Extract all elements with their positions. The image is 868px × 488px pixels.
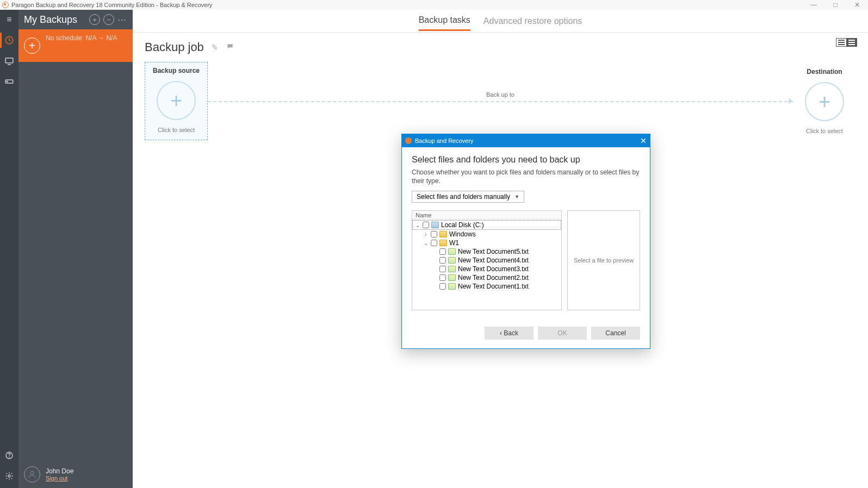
tree-checkbox[interactable] bbox=[439, 257, 446, 264]
file-icon bbox=[448, 257, 456, 264]
svg-point-3 bbox=[7, 81, 8, 82]
monitor-nav-icon[interactable] bbox=[4, 55, 15, 66]
tree-label: New Text Document3.txt bbox=[458, 265, 529, 273]
dialog-title: Backup and Recovery bbox=[415, 137, 474, 144]
svg-rect-1 bbox=[5, 58, 13, 63]
tree-checkbox[interactable] bbox=[439, 248, 446, 255]
sidebar-title: My Backups bbox=[24, 14, 86, 26]
plus-icon: + bbox=[24, 37, 40, 54]
tree-item-folder[interactable]: › Windows bbox=[412, 230, 561, 239]
file-icon bbox=[448, 266, 456, 272]
remove-backup-button[interactable]: − bbox=[103, 14, 114, 25]
cancel-button[interactable]: Cancel bbox=[591, 327, 640, 340]
schedule-text: No schedule: N/A → N/A bbox=[46, 34, 117, 42]
more-button[interactable]: ⋯ bbox=[117, 15, 127, 25]
backup-nav-icon[interactable] bbox=[4, 35, 15, 46]
storage-nav-icon[interactable] bbox=[4, 76, 15, 87]
backup-job-row[interactable]: + No schedule: N/A → N/A bbox=[18, 29, 133, 62]
tree-item-file[interactable]: New Text Document2.txt bbox=[412, 273, 561, 282]
help-icon[interactable] bbox=[4, 450, 15, 461]
maximize-button[interactable]: □ bbox=[824, 0, 846, 10]
folder-icon bbox=[439, 231, 447, 237]
svg-point-5 bbox=[9, 457, 10, 458]
expand-icon[interactable]: › bbox=[423, 232, 429, 237]
sign-out-link[interactable]: Sign out bbox=[46, 475, 73, 481]
tree-item-file[interactable]: New Text Document5.txt bbox=[412, 247, 561, 256]
file-icon bbox=[448, 274, 456, 281]
tree-label: New Text Document5.txt bbox=[458, 248, 529, 255]
tree-checkbox[interactable] bbox=[439, 283, 446, 290]
settings-icon[interactable] bbox=[4, 471, 15, 481]
nav-rail: ≡ bbox=[0, 10, 18, 488]
tree-checkbox[interactable] bbox=[439, 274, 446, 281]
combo-value: Select files and folders manually bbox=[417, 193, 510, 201]
menu-icon[interactable]: ≡ bbox=[4, 14, 15, 25]
tree-label: Local Disk (C:) bbox=[441, 221, 484, 229]
sidebar: My Backups + − ⋯ + No schedule: N/A → N/… bbox=[18, 10, 133, 488]
avatar-icon bbox=[24, 466, 40, 483]
collapse-icon[interactable]: ⌄ bbox=[423, 240, 429, 246]
dialog-close-button[interactable]: ✕ bbox=[640, 136, 647, 145]
close-button[interactable]: ✕ bbox=[846, 0, 868, 10]
selection-mode-combo[interactable]: Select files and folders manually ▼ bbox=[412, 191, 524, 203]
ok-button[interactable]: OK bbox=[538, 327, 587, 340]
window-title: Paragon Backup and Recovery 18 Community… bbox=[11, 2, 212, 8]
tree-checkbox[interactable] bbox=[423, 222, 429, 228]
file-icon bbox=[448, 283, 456, 290]
user-name: John Doe bbox=[46, 467, 73, 475]
add-backup-button[interactable]: + bbox=[89, 14, 100, 25]
select-files-dialog: Backup and Recovery ✕ Select files and f… bbox=[401, 134, 650, 349]
modal-overlay: Backup and Recovery ✕ Select files and f… bbox=[133, 10, 868, 488]
file-icon bbox=[448, 248, 456, 255]
app-icon bbox=[405, 137, 412, 144]
dialog-heading: Select files and folders you need to bac… bbox=[412, 155, 640, 165]
tree-label: Windows bbox=[449, 230, 476, 238]
back-button[interactable]: ‹ Back bbox=[485, 327, 534, 340]
tree-item-file[interactable]: New Text Document1.txt bbox=[412, 282, 561, 291]
tree-checkbox[interactable] bbox=[439, 266, 446, 272]
file-tree[interactable]: Name ⌄ Local Disk (C:) › bbox=[412, 210, 562, 310]
tree-label: New Text Document4.txt bbox=[458, 256, 529, 264]
tree-label: New Text Document2.txt bbox=[458, 274, 529, 281]
window-titlebar: Paragon Backup and Recovery 18 Community… bbox=[0, 0, 868, 10]
tree-item-folder[interactable]: ⌄ W1 bbox=[412, 239, 561, 247]
folder-icon bbox=[439, 240, 447, 246]
chevron-down-icon: ▼ bbox=[514, 194, 519, 199]
collapse-icon[interactable]: ⌄ bbox=[415, 222, 420, 228]
dialog-description: Choose whether you want to pick files an… bbox=[412, 168, 640, 185]
tree-item-file[interactable]: New Text Document3.txt bbox=[412, 265, 561, 273]
tree-item-file[interactable]: New Text Document4.txt bbox=[412, 256, 561, 265]
minimize-button[interactable]: — bbox=[803, 0, 824, 10]
tree-label: New Text Document1.txt bbox=[458, 283, 529, 290]
app-icon bbox=[2, 2, 9, 8]
preview-placeholder: Select a file to preview bbox=[574, 257, 634, 264]
tree-checkbox[interactable] bbox=[431, 240, 437, 246]
tree-column-name[interactable]: Name bbox=[412, 211, 561, 220]
file-preview-pane: Select a file to preview bbox=[567, 210, 640, 310]
tree-label: W1 bbox=[449, 239, 459, 247]
dialog-titlebar[interactable]: Backup and Recovery ✕ bbox=[402, 134, 650, 147]
tree-item-disk[interactable]: ⌄ Local Disk (C:) bbox=[412, 220, 561, 230]
svg-point-7 bbox=[30, 471, 34, 474]
tree-checkbox[interactable] bbox=[431, 231, 437, 237]
svg-point-6 bbox=[8, 475, 10, 477]
disk-icon bbox=[431, 222, 439, 228]
content-area: Backup tasks Advanced restore options Ba… bbox=[133, 10, 868, 488]
